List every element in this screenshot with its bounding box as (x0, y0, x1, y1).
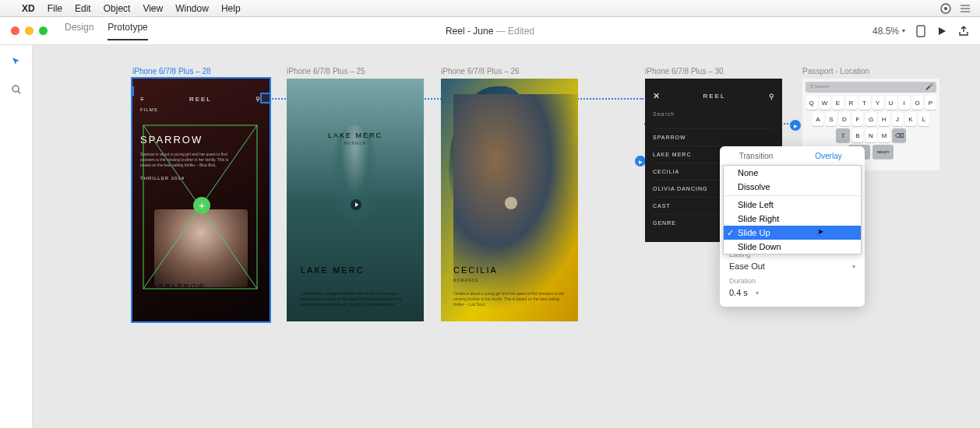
doc-status: Edited (508, 26, 534, 37)
close-window-button[interactable] (11, 26, 19, 35)
backspace-key-icon: ⌫ (892, 128, 906, 142)
keyboard-row: ⇧ B N M ⌫ (806, 128, 936, 142)
artboard-label[interactable]: Passport - Location (802, 67, 939, 75)
artboard-label[interactable]: iPhone 6/7/8 Plus – 30 (645, 67, 782, 75)
canvas[interactable]: iPhone 6/7/8 Plus – 28 ≡ REEL ⚲ FILMS SP… (33, 45, 980, 428)
film-desc: Cecilia is about a young girl and her qu… (453, 291, 566, 307)
key: A (813, 112, 823, 126)
dropdown-option[interactable]: None (724, 166, 861, 180)
brand-text: REEL (703, 93, 726, 100)
dropdown-option[interactable]: Slide Left (724, 195, 861, 212)
easing-select[interactable]: Ease Out ▾ (729, 261, 855, 271)
key: T (859, 96, 870, 110)
menu-object[interactable]: Object (104, 3, 131, 14)
cursor-icon: ➤ (817, 227, 823, 236)
film-sub-top: HORROR (287, 141, 424, 146)
menu-edit[interactable]: Edit (75, 3, 91, 14)
easing-value: Ease Out (729, 261, 765, 271)
key: S (826, 112, 837, 126)
key: W (820, 96, 830, 110)
wire-node[interactable] (635, 156, 646, 167)
key: H (879, 112, 890, 126)
return-key: return (872, 145, 894, 159)
dropdown-option[interactable]: Dissolve (724, 180, 861, 194)
svg-point-1 (944, 7, 947, 10)
share-icon[interactable] (958, 26, 969, 37)
app-name[interactable]: XD (22, 3, 35, 14)
selection-handle[interactable] (260, 93, 270, 103)
key: E (833, 96, 844, 110)
menu-item: SPARROW (653, 128, 774, 146)
key: M (879, 128, 890, 142)
duration-label: Duration (729, 277, 855, 285)
macos-menubar: XD File Edit Object View Window Help (0, 0, 980, 17)
keyboard-row: A S D F G H J K L (806, 112, 936, 126)
menu-file[interactable]: File (48, 3, 62, 14)
keyboard-row: Q W E R T Y U I O P (806, 96, 936, 110)
menu-window[interactable]: Window (175, 3, 209, 14)
animation-dropdown: None Dissolve Slide Left Slide Right Sli… (723, 165, 862, 254)
svg-rect-3 (961, 8, 970, 9)
key: N (865, 128, 876, 142)
tab-overlay[interactable]: Overlay (792, 146, 865, 166)
key: R (846, 96, 857, 110)
wire-node[interactable] (790, 120, 801, 131)
film-title-bottom: LAKE MERC (301, 265, 365, 275)
play-icon (351, 199, 361, 210)
key: I (899, 96, 910, 110)
artboard-frame[interactable]: LAKE MERC HORROR LAKE MERC Lake Merced, … (287, 79, 424, 321)
tab-transition[interactable]: Transition (720, 146, 792, 166)
key: G (865, 112, 876, 126)
key: J (892, 112, 903, 126)
menu-search: Search (653, 106, 774, 122)
artboard-28[interactable]: iPhone 6/7/8 Plus – 28 ≡ REEL ⚲ FILMS SP… (132, 67, 270, 321)
chevron-down-icon: ▾ (756, 289, 759, 296)
key: O (912, 96, 923, 110)
key: P (925, 96, 936, 110)
duration-select[interactable]: 0.4 s ▾ (729, 288, 855, 297)
document-title: Reel - June — Edited (446, 26, 534, 37)
device-preview-icon[interactable] (916, 25, 925, 37)
key: F (852, 112, 863, 126)
fullscreen-window-button[interactable] (39, 26, 48, 35)
doc-name: Reel - June (446, 26, 493, 37)
dropdown-option[interactable]: Slide Down (724, 240, 861, 254)
artboard-frame[interactable]: CECILIA ROMANCE Cecilia is about a young… (441, 79, 578, 321)
artboard-label[interactable]: iPhone 6/7/8 Plus – 26 (441, 67, 578, 75)
svg-rect-4 (961, 11, 970, 12)
mode-design[interactable]: Design (65, 22, 93, 40)
shift-key-icon: ⇧ (836, 128, 850, 142)
svg-line-7 (18, 91, 20, 93)
play-preview-icon[interactable] (936, 26, 947, 37)
menu-view[interactable]: View (143, 3, 163, 14)
cc-status-icon[interactable] (939, 2, 952, 15)
mode-prototype[interactable]: Prototype (108, 22, 147, 40)
dropdown-option[interactable]: Slide Right (724, 212, 861, 226)
zoom-control[interactable]: 48.5% ▾ (872, 26, 905, 37)
close-icon: ✕ (653, 91, 660, 101)
dropdown-option-selected[interactable]: Slide Up ➤ (724, 226, 861, 240)
search-tool-icon[interactable] (9, 82, 23, 96)
select-tool-icon[interactable] (9, 54, 23, 68)
artboard-26[interactable]: iPhone 6/7/8 Plus – 26 CECILIA ROMANCE C… (441, 67, 578, 321)
svg-rect-2 (961, 5, 970, 6)
app-titlebar: Design Prototype Reel - June — Edited 48… (0, 17, 980, 45)
add-interaction-button[interactable]: + (193, 197, 210, 214)
minimize-window-button[interactable] (25, 26, 33, 35)
artboard-25[interactable]: iPhone 6/7/8 Plus – 25 LAKE MERC HORROR … (287, 67, 424, 321)
film-title-top: LAKE MERC (287, 132, 424, 139)
menu-help[interactable]: Help (221, 3, 241, 14)
key: D (839, 112, 850, 126)
artboard-label[interactable]: iPhone 6/7/8 Plus – 25 (287, 67, 424, 75)
svg-point-6 (12, 86, 19, 92)
menu-extras-icon[interactable] (960, 3, 971, 14)
mode-switcher: Design Prototype (65, 22, 148, 40)
film-desc: Lake Merced, a large freshwater lake in … (301, 291, 410, 307)
artboard-label[interactable]: iPhone 6/7/8 Plus – 28 (132, 67, 270, 75)
chevron-down-icon: ▾ (902, 27, 905, 34)
svg-rect-5 (917, 26, 925, 37)
home-flag-icon[interactable] (132, 86, 134, 96)
focus-marker (505, 197, 517, 209)
artboard-frame[interactable]: ≡ REEL ⚲ FILMS SPARROW Sparrow is about … (132, 79, 270, 321)
search-field: ⚲ Search 🎤 (806, 82, 936, 93)
